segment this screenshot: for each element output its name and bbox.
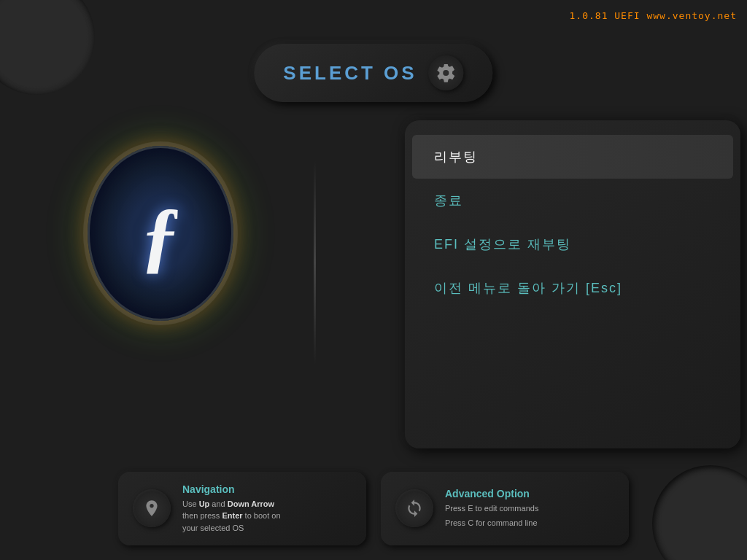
- select-os-label: SELECT OS: [283, 62, 417, 85]
- advanced-desc-line2: Press C for command line: [445, 517, 538, 529]
- menu-item-shutdown[interactable]: 종료: [405, 179, 740, 222]
- pin-svg: [142, 499, 161, 518]
- menu-item-efi-reboot[interactable]: EFI 설정으로 재부팅: [405, 222, 740, 266]
- deco-circle-bottomright: [652, 465, 747, 560]
- navigation-panel: Navigation Use Up and Down Arrowthen pre…: [118, 472, 366, 546]
- deco-circle-topleft: [0, 0, 95, 95]
- menu-item-reboot[interactable]: 리부팅: [412, 135, 733, 179]
- logo-area: ƒ: [88, 146, 233, 321]
- version-info: 1.0.81 UEFI www.ventoy.net: [570, 10, 738, 21]
- advanced-icon: [395, 489, 433, 527]
- navigation-icon: [133, 489, 171, 527]
- select-os-header: SELECT OS: [254, 44, 492, 102]
- navigation-text: Navigation Use Up and Down Arrowthen pre…: [182, 483, 281, 534]
- gear-icon: [429, 55, 464, 90]
- advanced-panel: Advanced Option Press E to edit commands…: [381, 472, 629, 546]
- divider-line: [314, 160, 316, 365]
- navigation-desc: Use Up and Down Arrowthen press Enter to…: [182, 498, 281, 534]
- gear-svg: [436, 63, 457, 83]
- bottom-panels: Navigation Use Up and Down Arrowthen pre…: [118, 472, 629, 546]
- advanced-desc-line1: Press E to edit commands: [445, 502, 538, 515]
- advanced-text: Advanced Option Press E to edit commands…: [445, 488, 538, 529]
- fedora-logo-svg: ƒ: [117, 179, 204, 288]
- fedora-logo-oval: ƒ: [88, 146, 233, 321]
- navigation-title: Navigation: [182, 483, 281, 495]
- advanced-svg: [405, 499, 424, 518]
- advanced-title: Advanced Option: [445, 488, 538, 499]
- svg-text:ƒ: ƒ: [141, 191, 181, 280]
- menu-panel: 리부팅 종료 EFI 설정으로 재부팅 이전 메뉴로 돌아 가기 [Esc]: [405, 120, 740, 448]
- menu-item-back[interactable]: 이전 메뉴로 돌아 가기 [Esc]: [405, 266, 740, 310]
